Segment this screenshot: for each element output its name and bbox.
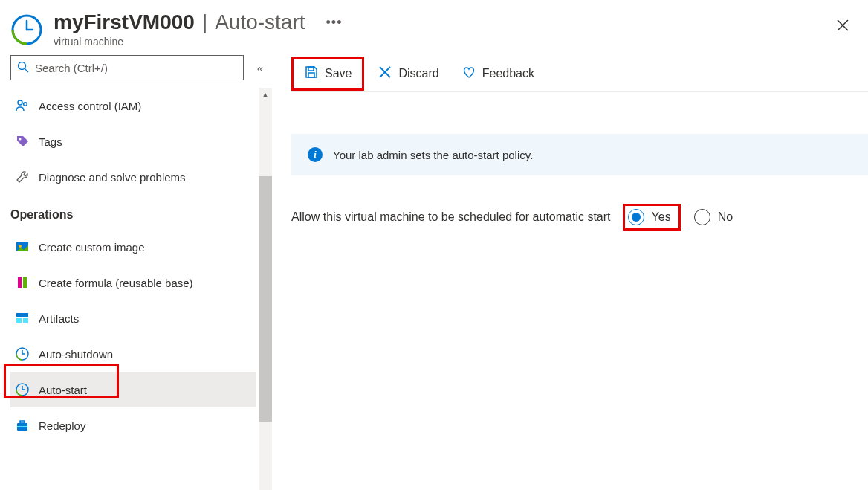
- info-message: Your lab admin sets the auto-start polic…: [333, 149, 533, 161]
- sidebar-item-label: Tags: [39, 135, 62, 148]
- radio-circle-unchecked: [694, 209, 710, 225]
- svg-point-6: [24, 103, 27, 106]
- radio-yes-label: Yes: [652, 210, 671, 224]
- formula-icon: [15, 275, 30, 290]
- collapse-sidebar-button[interactable]: «: [254, 59, 266, 77]
- sidebar-item-label: Artifacts: [39, 312, 79, 325]
- radio-no[interactable]: No: [694, 209, 733, 225]
- svg-point-7: [19, 138, 22, 141]
- resource-type: virtual machine: [54, 36, 834, 48]
- svg-point-3: [19, 62, 26, 69]
- sidebar-item-create-formula[interactable]: Create formula (reusable base): [10, 265, 256, 300]
- highlight-yes-option: Yes: [623, 204, 681, 231]
- discard-icon: [378, 65, 392, 83]
- info-banner: i Your lab admin sets the auto-start pol…: [291, 134, 868, 175]
- discard-button[interactable]: Discard: [369, 60, 447, 87]
- clock-icon: [10, 13, 43, 46]
- heart-icon: [461, 65, 476, 83]
- autostart-setting-row: Allow this virtual machine to be schedul…: [291, 204, 868, 231]
- sidebar: « Access control (IAM) Tags: [0, 55, 269, 490]
- resource-name: myFirstVM000: [54, 10, 195, 34]
- svg-rect-24: [308, 67, 314, 71]
- page-header: myFirstVM000 | Auto-start ••• virtual ma…: [0, 0, 868, 55]
- radio-yes[interactable]: Yes: [628, 209, 671, 225]
- discard-label: Discard: [398, 67, 438, 80]
- sidebar-item-access-control[interactable]: Access control (IAM): [10, 88, 256, 123]
- setting-label: Allow this virtual machine to be schedul…: [291, 210, 611, 224]
- search-input[interactable]: [35, 62, 237, 74]
- search-icon: [17, 61, 29, 75]
- radio-no-label: No: [718, 210, 733, 224]
- sidebar-item-label: Diagnose and solve problems: [39, 171, 186, 184]
- scroll-up-icon[interactable]: ▲: [259, 88, 272, 101]
- scroll-thumb[interactable]: [259, 176, 272, 422]
- svg-rect-12: [16, 313, 28, 317]
- sidebar-item-label: Create custom image: [39, 241, 145, 254]
- sidebar-item-auto-start[interactable]: Auto-start: [10, 372, 256, 407]
- info-icon: i: [308, 147, 323, 162]
- svg-rect-22: [20, 421, 25, 423]
- close-button[interactable]: [834, 16, 852, 38]
- sidebar-scrollbar[interactable]: ▲: [259, 88, 272, 490]
- people-icon: [15, 98, 30, 113]
- feedback-label: Feedback: [482, 67, 534, 80]
- svg-rect-23: [17, 426, 27, 427]
- tag-icon: [15, 134, 30, 149]
- main-content: Save Discard Feedback: [269, 55, 868, 490]
- svg-rect-14: [23, 318, 28, 323]
- sidebar-item-artifacts[interactable]: Artifacts: [10, 300, 256, 336]
- clock-shutdown-icon: [15, 346, 30, 361]
- search-box[interactable]: [10, 55, 244, 80]
- svg-line-4: [25, 68, 29, 72]
- highlight-save: Save: [291, 57, 364, 91]
- sidebar-item-label: Auto-start: [39, 384, 87, 396]
- svg-rect-13: [16, 318, 22, 323]
- save-icon: [304, 65, 319, 83]
- svg-rect-10: [18, 277, 22, 288]
- sidebar-item-diagnose[interactable]: Diagnose and solve problems: [10, 159, 256, 195]
- section-title: Auto-start: [215, 10, 305, 34]
- briefcase-icon: [15, 418, 30, 433]
- svg-rect-25: [308, 73, 314, 77]
- sidebar-item-label: Create formula (reusable base): [39, 277, 193, 289]
- clock-start-icon: [15, 382, 30, 397]
- sidebar-item-tags[interactable]: Tags: [10, 123, 256, 159]
- svg-point-9: [19, 245, 22, 248]
- sidebar-item-create-custom-image[interactable]: Create custom image: [10, 229, 256, 265]
- svg-rect-11: [23, 277, 27, 288]
- sidebar-item-auto-shutdown[interactable]: Auto-shutdown: [10, 336, 256, 372]
- sidebar-item-redeploy[interactable]: Redeploy: [10, 407, 256, 443]
- radio-circle-checked: [628, 209, 644, 225]
- sidebar-item-label: Access control (IAM): [39, 100, 141, 112]
- sidebar-item-label: Auto-shutdown: [39, 348, 113, 361]
- title-separator: |: [198, 10, 212, 34]
- save-label: Save: [325, 67, 352, 80]
- sidebar-group-operations: Operations: [10, 195, 256, 229]
- sidebar-item-label: Redeploy: [39, 419, 85, 432]
- image-icon: [15, 239, 30, 254]
- feedback-button[interactable]: Feedback: [453, 60, 543, 87]
- artifacts-icon: [15, 311, 30, 326]
- svg-point-5: [18, 100, 22, 105]
- toolbar: Save Discard Feedback: [291, 55, 868, 92]
- wrench-icon: [15, 170, 30, 184]
- save-button[interactable]: Save: [295, 60, 360, 87]
- more-button[interactable]: •••: [326, 15, 343, 30]
